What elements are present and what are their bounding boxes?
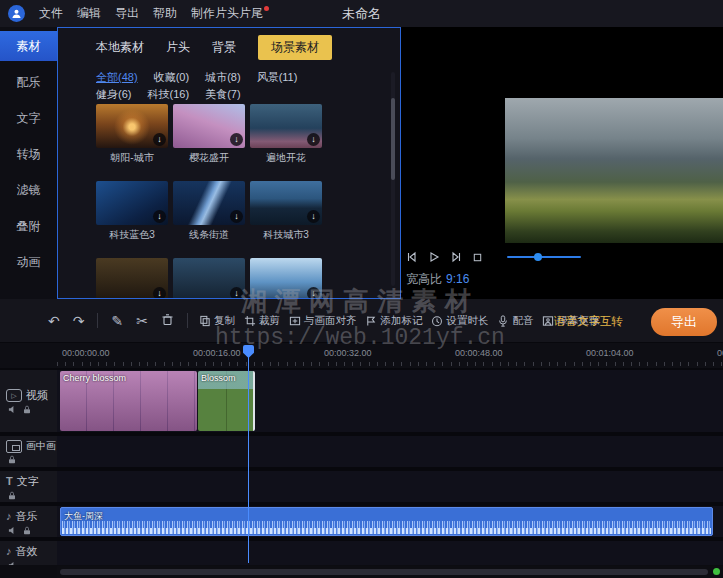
slider-knob[interactable] bbox=[534, 253, 542, 261]
material-item[interactable]: ↓ bbox=[173, 258, 245, 299]
timeline-ruler[interactable]: 00:00:00.00 00:00:16.00 00:00:32.00 00:0… bbox=[0, 343, 723, 368]
menu-make-intro-outro[interactable]: 制作片头片尾 bbox=[191, 5, 269, 22]
clip-audio-dayu[interactable]: 大鱼-周深 bbox=[60, 507, 713, 536]
next-frame-button[interactable] bbox=[450, 251, 462, 263]
material-item[interactable]: ↓ bbox=[96, 258, 168, 299]
category-food[interactable]: 美食(7) bbox=[205, 86, 240, 103]
download-icon[interactable]: ↓ bbox=[153, 287, 166, 299]
music-lane[interactable]: 大鱼-周深 bbox=[57, 506, 723, 537]
mute-icon[interactable] bbox=[8, 526, 17, 535]
split-button[interactable]: ✂ bbox=[132, 313, 152, 329]
tab-local-materials[interactable]: 本地素材 bbox=[96, 39, 144, 56]
download-icon[interactable]: ↓ bbox=[153, 133, 166, 146]
redo-button[interactable]: ↷ bbox=[69, 313, 89, 329]
material-thumbnail[interactable]: ↓ bbox=[250, 104, 322, 148]
sidebar-item-animation[interactable]: 动画 bbox=[0, 247, 57, 277]
sidebar-item-filter[interactable]: 滤镜 bbox=[0, 175, 57, 205]
panel-scrollbar[interactable] bbox=[391, 72, 395, 286]
playhead[interactable] bbox=[243, 345, 254, 563]
aspect-ratio[interactable]: 宽高比9:16 bbox=[406, 271, 469, 288]
material-item[interactable]: ↓ 线条街道 bbox=[173, 181, 245, 240]
delete-button[interactable] bbox=[157, 313, 178, 329]
material-thumbnail[interactable]: ↓ bbox=[96, 181, 168, 225]
category-all[interactable]: 全部(48) bbox=[96, 69, 138, 86]
material-thumbnail[interactable]: ↓ bbox=[250, 181, 322, 225]
category-scenery[interactable]: 风景(11) bbox=[257, 69, 298, 86]
download-icon[interactable]: ↓ bbox=[307, 133, 320, 146]
toolbar-divider bbox=[97, 313, 98, 328]
material-thumbnail[interactable]: ↓ bbox=[173, 104, 245, 148]
add-marker-button[interactable]: 添加标记 bbox=[363, 314, 424, 328]
app-logo-icon[interactable] bbox=[8, 5, 25, 22]
category-city[interactable]: 城市(8) bbox=[205, 69, 240, 86]
tab-scene-materials[interactable]: 场景素材 bbox=[258, 35, 332, 60]
lock-icon[interactable] bbox=[23, 405, 31, 414]
set-duration-button[interactable]: 设置时长 bbox=[429, 314, 490, 328]
download-icon[interactable]: ↓ bbox=[307, 210, 320, 223]
pip-lane[interactable] bbox=[57, 436, 723, 467]
sidebar-item-transition[interactable]: 转场 bbox=[0, 139, 57, 169]
tab-intros[interactable]: 片头 bbox=[166, 39, 190, 56]
speech-text-convert-button[interactable]: 语音文字互转 bbox=[554, 299, 623, 343]
track-header-text[interactable]: T 文字 bbox=[0, 471, 57, 502]
material-thumbnail[interactable]: ↓ bbox=[96, 104, 168, 148]
category-favorites[interactable]: 收藏(0) bbox=[154, 69, 189, 86]
category-fitness[interactable]: 健身(6) bbox=[96, 86, 131, 103]
track-header-video[interactable]: ▷ 视频 bbox=[0, 370, 57, 432]
lock-icon[interactable] bbox=[23, 526, 31, 535]
track-header-music[interactable]: ♪ 音乐 bbox=[0, 506, 57, 537]
preview-zoom-slider[interactable] bbox=[507, 256, 581, 258]
sidebar-item-music[interactable]: 配乐 bbox=[0, 67, 57, 97]
undo-button[interactable]: ↶ bbox=[44, 313, 64, 329]
menu-file[interactable]: 文件 bbox=[39, 5, 63, 22]
download-icon[interactable]: ↓ bbox=[307, 287, 320, 299]
track-video: ▷ 视频 Cherry blossom Blossom bbox=[0, 370, 723, 432]
menu-export[interactable]: 导出 bbox=[115, 5, 139, 22]
clip-cherry-blossom[interactable]: Cherry blossom bbox=[60, 371, 197, 431]
play-button[interactable] bbox=[428, 251, 440, 263]
material-item[interactable]: ↓ 樱花盛开 bbox=[173, 104, 245, 163]
mute-icon[interactable] bbox=[8, 405, 17, 414]
material-item[interactable]: ↓ 科技城市3 bbox=[250, 181, 322, 240]
fit-to-frame-button[interactable]: 与画面对齐 bbox=[287, 314, 359, 328]
material-item[interactable]: ↓ bbox=[250, 258, 322, 299]
panel-scrollbar-thumb[interactable] bbox=[391, 98, 395, 180]
text-lane[interactable] bbox=[57, 471, 723, 502]
timeline-scrollbar-thumb[interactable] bbox=[60, 569, 708, 575]
material-thumbnail[interactable]: ↓ bbox=[96, 258, 168, 299]
sfx-lane[interactable] bbox=[57, 541, 723, 565]
sidebar-item-text[interactable]: 文字 bbox=[0, 103, 57, 133]
lock-icon[interactable] bbox=[8, 455, 16, 464]
copy-button[interactable]: 复制 bbox=[197, 314, 237, 328]
track-header-sfx[interactable]: ♪ 音效 bbox=[0, 541, 57, 565]
sidebar-item-materials[interactable]: 素材 bbox=[0, 31, 57, 61]
download-icon[interactable]: ↓ bbox=[230, 133, 243, 146]
crop-button[interactable]: 裁剪 bbox=[242, 314, 282, 328]
previous-frame-button[interactable] bbox=[406, 251, 418, 263]
mute-icon[interactable] bbox=[8, 561, 17, 566]
download-icon[interactable]: ↓ bbox=[153, 210, 166, 223]
voiceover-button[interactable]: 配音 bbox=[495, 314, 535, 328]
material-item[interactable]: ↓ 科技蓝色3 bbox=[96, 181, 168, 240]
clip-title: Blossom bbox=[201, 373, 236, 383]
download-icon[interactable]: ↓ bbox=[230, 210, 243, 223]
menu-help[interactable]: 帮助 bbox=[153, 5, 177, 22]
edit-button[interactable]: ✎ bbox=[107, 313, 127, 329]
timeline-scrollbar[interactable] bbox=[57, 566, 723, 578]
material-thumbnail[interactable]: ↓ bbox=[173, 258, 245, 299]
stop-button[interactable] bbox=[472, 252, 483, 263]
video-lane[interactable]: Cherry blossom Blossom bbox=[57, 370, 723, 432]
track-header-pip[interactable]: 画中画 bbox=[0, 436, 57, 467]
lock-icon[interactable] bbox=[8, 491, 16, 500]
category-tech[interactable]: 科技(16) bbox=[148, 86, 190, 103]
notification-dot bbox=[264, 6, 269, 11]
material-item[interactable]: ↓ 朝阳-城市 bbox=[96, 104, 168, 163]
export-button[interactable]: 导出 bbox=[651, 308, 717, 336]
tab-backgrounds[interactable]: 背景 bbox=[212, 39, 236, 56]
material-item[interactable]: ↓ 遍地开花 bbox=[250, 104, 322, 163]
material-thumbnail[interactable]: ↓ bbox=[250, 258, 322, 299]
menu-edit[interactable]: 编辑 bbox=[77, 5, 101, 22]
sidebar-item-overlay[interactable]: 叠附 bbox=[0, 211, 57, 241]
download-icon[interactable]: ↓ bbox=[230, 287, 243, 299]
material-thumbnail[interactable]: ↓ bbox=[173, 181, 245, 225]
